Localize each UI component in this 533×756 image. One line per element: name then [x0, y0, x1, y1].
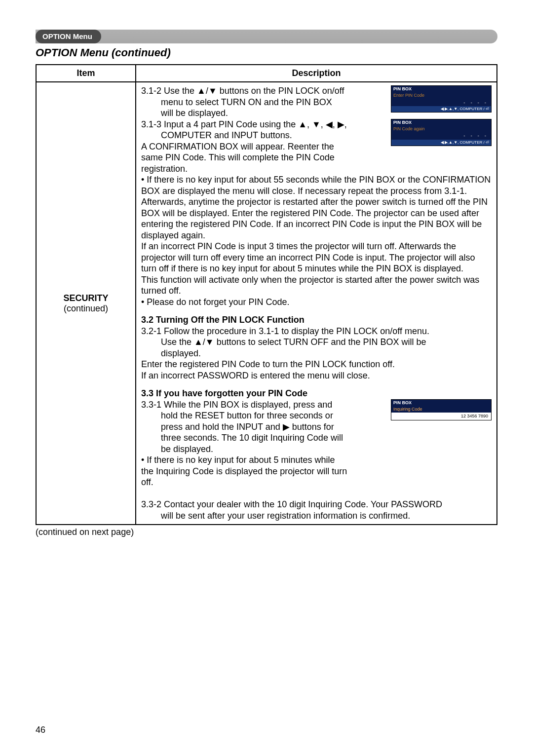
pin-box-sub: PIN Code again	[391, 126, 491, 132]
text-line: same PIN Code. This will complete the PI…	[141, 152, 492, 163]
text-line: will be sent after your user registratio…	[141, 510, 492, 522]
text-bullet: • If there is no key input for about 55 …	[141, 174, 492, 196]
text-line: be displayed.	[141, 444, 492, 455]
col-header-description: Description	[136, 65, 497, 82]
item-name: SECURITY	[63, 293, 108, 303]
pin-box-enter: PIN BOX Enter PIN Code - - - - ◀,▶,▲,▼, …	[391, 85, 492, 113]
item-cell-security: SECURITY (continued)	[36, 82, 136, 525]
text-line: Enter the registered PIN Code to turn th…	[141, 359, 492, 370]
text-line: press and hold the INPUT and ▶ buttons f…	[141, 421, 492, 433]
continued-on-next-page: (continued on next page)	[36, 527, 497, 537]
subheading-33: 3.3 If you have forgotten your PIN Code	[141, 388, 492, 399]
pin-box-dots: - - - -	[391, 99, 491, 107]
menu-tab-bar: OPTION Menu	[36, 30, 497, 43]
text-line: If an incorrect PASSWORD is entered the …	[141, 370, 492, 381]
pin-box-btns: ◀,▶,▲,▼, COMPUTER / ⏎	[391, 140, 491, 146]
col-header-item: Item	[36, 65, 136, 82]
pin-box-title: PIN BOX	[391, 86, 491, 92]
section-title: OPTION Menu (continued)	[36, 46, 497, 59]
pin-box-sub: Enter PIN Code	[391, 92, 491, 99]
pin-box-inquiring-code: 12 3456 7890	[391, 413, 491, 420]
page-number: 46	[36, 725, 45, 735]
text-bullet: • Please do not forget your PIN Code.	[141, 297, 492, 308]
pin-box-title: PIN BOX	[391, 119, 491, 126]
text-line: off.	[141, 477, 492, 488]
subheading-32: 3.2 Turning Off the PIN LOCK Function	[141, 314, 492, 326]
pin-box-title: PIN BOX	[391, 400, 491, 406]
text-paragraph: Afterwards, anytime the projector is res…	[141, 196, 492, 241]
pin-box-inquiring: PIN BOX Inquiring Code 12 3456 7890	[391, 399, 492, 421]
text-paragraph: This function will activate only when th…	[141, 274, 492, 297]
pin-box-again: PIN BOX PIN Code again - - - - ◀,▶,▲,▼, …	[391, 119, 492, 146]
description-cell: PIN BOX Enter PIN Code - - - - ◀,▶,▲,▼, …	[136, 82, 497, 525]
pin-box-dots: - - - -	[391, 132, 491, 140]
item-sub: (continued)	[64, 303, 108, 313]
text-line: three seconds. The 10 digit Inquiring Co…	[141, 432, 492, 444]
text-line: displayed.	[141, 348, 492, 359]
text-line: registration.	[141, 163, 492, 175]
menu-tab-label: OPTION Menu	[36, 30, 101, 43]
text-line: 3.2-1 Follow the procedure in 3.1-1 to d…	[141, 326, 492, 337]
text-bullet: • If there is no key input for about 5 m…	[141, 454, 492, 466]
text-line: Use the ▲/▼ buttons to select TURN OFF a…	[141, 337, 492, 348]
text-line: the Inquiring Code is displayed the proj…	[141, 466, 492, 477]
description-table: Item Description SECURITY (continued) PI…	[36, 64, 497, 525]
text-line: 3.3-2 Contact your dealer with the 10 di…	[141, 499, 492, 510]
pin-box-sub: Inquiring Code	[391, 406, 491, 413]
pin-box-btns: ◀,▶,▲,▼, COMPUTER / ⏎	[391, 106, 491, 112]
text-paragraph: If an incorrect PIN Code is input 3 time…	[141, 241, 492, 274]
